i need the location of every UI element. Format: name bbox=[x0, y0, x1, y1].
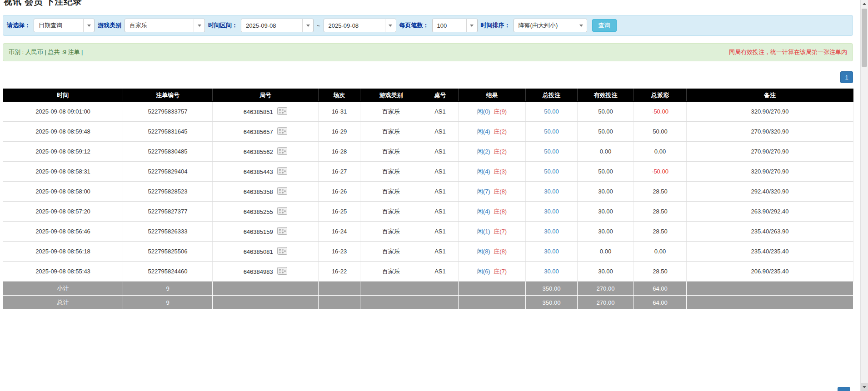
roadmap-icon[interactable] bbox=[277, 267, 287, 276]
date-to-select[interactable]: 2025-09-08 bbox=[324, 19, 396, 32]
table-row: 2025-09-08 08:59:48 522795831645 6463856… bbox=[3, 122, 853, 142]
valid-bet-notice: 同局有效投注，统一计算在该局第一张注单内 bbox=[729, 48, 847, 56]
bet-id-cell: 522795829404 bbox=[123, 162, 213, 182]
total-bet-cell[interactable]: 30.00 bbox=[526, 242, 578, 262]
session-cell: 16-23 bbox=[319, 242, 360, 262]
roadmap-icon[interactable] bbox=[277, 167, 287, 176]
roadmap-icon[interactable] bbox=[277, 107, 287, 116]
search-button[interactable]: 查询 bbox=[592, 19, 617, 32]
date-from-select[interactable]: 2025-09-08 bbox=[241, 19, 314, 32]
bet-id-cell: 522795824460 bbox=[123, 262, 213, 282]
page-content: 视讯 会员 下注纪录 请选择： 日期查询 游戏类别 百家乐 时间区间： 2025… bbox=[3, 0, 853, 310]
summary-cell bbox=[319, 296, 360, 310]
total-bet-cell[interactable]: 50.00 bbox=[526, 162, 578, 182]
bet-id-cell: 522795825506 bbox=[123, 242, 213, 262]
scrollbar-thumb[interactable] bbox=[862, 9, 867, 67]
roadmap-icon[interactable] bbox=[277, 227, 287, 236]
time-cell: 2025-09-08 08:59:12 bbox=[3, 142, 123, 162]
game-type-cell: 百家乐 bbox=[360, 182, 422, 202]
page-size-select[interactable]: 100 bbox=[432, 19, 478, 32]
valid-bet-cell: 30.00 bbox=[578, 182, 634, 202]
query-type-select[interactable]: 日期查询 bbox=[34, 19, 95, 32]
total-bet-cell[interactable]: 50.00 bbox=[526, 122, 578, 142]
summary-bar: 币别 : 人民币 | 总共 :9 注单 | 同局有效投注，统一计算在该局第一张注… bbox=[3, 43, 853, 61]
player-result: 闲(4) bbox=[477, 128, 490, 135]
round-number: 646385255 bbox=[244, 208, 273, 215]
valid-bet-cell: 30.00 bbox=[578, 222, 634, 242]
player-result: 闲(7) bbox=[477, 188, 490, 195]
summary-cell: 9 bbox=[123, 296, 213, 310]
roadmap-icon[interactable] bbox=[277, 187, 287, 196]
sort-select[interactable]: 降冪(由大到小) bbox=[514, 19, 587, 32]
game-type-select[interactable]: 百家乐 bbox=[125, 19, 205, 32]
valid-bet-cell: 30.00 bbox=[578, 202, 634, 222]
subtotal-row: 小计9350.00270.0064.00 bbox=[3, 282, 853, 296]
banker-result: 庄(8) bbox=[494, 188, 507, 195]
round-cell: 646385851 bbox=[213, 102, 319, 122]
scroll-up-icon[interactable] bbox=[861, 0, 868, 8]
player-result: 闲(4) bbox=[477, 168, 490, 175]
table-row: 2025-09-08 08:56:18 522795825506 6463850… bbox=[3, 242, 853, 262]
player-result: 闲(6) bbox=[477, 268, 490, 275]
total-bet-cell[interactable]: 30.00 bbox=[526, 202, 578, 222]
chevron-down-icon[interactable] bbox=[576, 19, 587, 32]
round-number: 646385851 bbox=[244, 108, 273, 115]
column-header: 场次 bbox=[319, 89, 360, 102]
note-cell: 320.90/270.90 bbox=[687, 102, 853, 122]
total-bet-cell[interactable]: 50.00 bbox=[526, 142, 578, 162]
roadmap-icon[interactable] bbox=[277, 127, 287, 136]
round-cell: 646384983 bbox=[213, 262, 319, 282]
round-cell: 646385081 bbox=[213, 242, 319, 262]
roadmap-icon[interactable] bbox=[277, 247, 287, 256]
payout-cell: 50.00 bbox=[634, 122, 687, 142]
summary-cell: 64.00 bbox=[634, 282, 687, 296]
chevron-down-icon[interactable] bbox=[302, 19, 313, 32]
table-row: 2025-09-08 08:58:00 522795828523 6463853… bbox=[3, 182, 853, 202]
chevron-down-icon[interactable] bbox=[194, 19, 205, 32]
table-number-cell: AS1 bbox=[422, 142, 459, 162]
player-result: 闲(0) bbox=[477, 108, 490, 115]
note-cell: 263.90/292.40 bbox=[687, 202, 853, 222]
table-number-cell: AS1 bbox=[422, 202, 459, 222]
payout-cell: 28.50 bbox=[634, 202, 687, 222]
banker-result: 庄(3) bbox=[494, 168, 507, 175]
table-row: 2025-09-08 08:58:31 522795829404 6463854… bbox=[3, 162, 853, 182]
chevron-down-icon[interactable] bbox=[385, 19, 396, 32]
currency-summary: 币别 : 人民币 | 总共 :9 注单 | bbox=[9, 48, 83, 56]
total-bet-cell[interactable]: 30.00 bbox=[526, 222, 578, 242]
column-header: 有效投注 bbox=[578, 89, 634, 102]
note-cell: 292.40/320.90 bbox=[687, 182, 853, 202]
page-size-label: 每页笔数： bbox=[399, 21, 429, 30]
total-bet-cell[interactable]: 50.00 bbox=[526, 102, 578, 122]
table-footer: 小计9350.00270.0064.00总计9350.00270.0064.00 bbox=[3, 282, 853, 310]
scroll-down-icon[interactable] bbox=[861, 383, 868, 391]
summary-cell bbox=[459, 282, 526, 296]
roadmap-icon[interactable] bbox=[277, 207, 287, 216]
round-cell: 646385255 bbox=[213, 202, 319, 222]
round-cell: 646385657 bbox=[213, 122, 319, 142]
total-bet-cell[interactable]: 30.00 bbox=[526, 182, 578, 202]
bet-records-table: 时间注单编号局号场次游戏类别桌号结果总投注有效投注总派彩备注 2025-09-0… bbox=[3, 89, 853, 310]
page-size-value: 100 bbox=[433, 22, 466, 29]
date-from-value: 2025-09-08 bbox=[241, 22, 302, 29]
payout-cell: 0.00 bbox=[634, 242, 687, 262]
player-result: 闲(4) bbox=[477, 208, 490, 215]
chevron-down-icon[interactable] bbox=[83, 19, 94, 32]
banker-result: 庄(9) bbox=[494, 108, 507, 115]
roadmap-icon[interactable] bbox=[277, 147, 287, 156]
sort-value: 降冪(由大到小) bbox=[514, 21, 576, 30]
vertical-scrollbar[interactable] bbox=[860, 0, 868, 391]
game-type-cell: 百家乐 bbox=[360, 262, 422, 282]
session-cell: 16-26 bbox=[319, 182, 360, 202]
date-to-value: 2025-09-08 bbox=[324, 22, 385, 29]
summary-cell: 总计 bbox=[3, 296, 123, 310]
page-1-button[interactable]: 1 bbox=[840, 71, 853, 83]
valid-bet-cell: 0.00 bbox=[578, 242, 634, 262]
page-1-button-bottom[interactable]: 1 bbox=[838, 387, 850, 391]
total-bet-cell[interactable]: 30.00 bbox=[526, 262, 578, 282]
chevron-down-icon[interactable] bbox=[466, 19, 477, 32]
time-cell: 2025-09-08 08:59:48 bbox=[3, 122, 123, 142]
summary-cell bbox=[319, 282, 360, 296]
summary-cell bbox=[360, 296, 422, 310]
round-cell: 646385443 bbox=[213, 162, 319, 182]
